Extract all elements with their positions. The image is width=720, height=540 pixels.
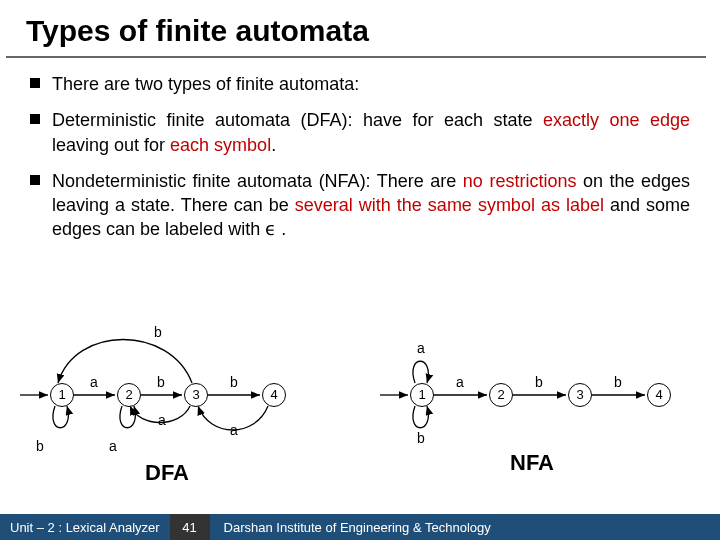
nfa-title: NFA	[510, 450, 554, 476]
diagrams-area: 1 2 3 4 a b b b a b a a DFA 1 2 3 4 a b …	[0, 310, 720, 510]
dfa-label-loop1: b	[36, 438, 44, 454]
nfa-label-b: b	[535, 374, 543, 390]
dfa-state-1: 1	[50, 383, 74, 407]
footer-page: 41	[170, 514, 210, 540]
footer: Unit – 2 : Lexical Analyzer 41 Darshan I…	[0, 514, 720, 540]
dfa-label-31: b	[154, 324, 162, 340]
nfa-label-b2: b	[614, 374, 622, 390]
bullet-icon	[30, 114, 40, 124]
text-red: no restrictions	[463, 171, 577, 191]
text: ϵ	[265, 219, 276, 239]
bullet-1-text: There are two types of finite automata:	[52, 72, 359, 96]
text: Nondeterministic finite automata (NFA): …	[52, 171, 463, 191]
nfa-state-4: 4	[647, 383, 671, 407]
dfa-state-4: 4	[262, 383, 286, 407]
slide-title: Types of finite automata	[6, 0, 706, 58]
dfa-label-b2: b	[230, 374, 238, 390]
text: leaving out for	[52, 135, 170, 155]
bullet-icon	[30, 175, 40, 185]
bullet-icon	[30, 78, 40, 88]
bullet-3: Nondeterministic finite automata (NFA): …	[30, 169, 690, 242]
nfa-label-a: a	[456, 374, 464, 390]
dfa-label-a: a	[90, 374, 98, 390]
bullet-2-text: Deterministic finite automata (DFA): hav…	[52, 108, 690, 157]
footer-unit: Unit – 2 : Lexical Analyzer	[0, 514, 170, 540]
dfa-label-b: b	[157, 374, 165, 390]
nfa-state-3: 3	[568, 383, 592, 407]
dfa-state-3: 3	[184, 383, 208, 407]
bullet-2: Deterministic finite automata (DFA): hav…	[30, 108, 690, 157]
bullet-3-text: Nondeterministic finite automata (NFA): …	[52, 169, 690, 242]
text: .	[271, 135, 276, 155]
text-red: several with the same symbol as label	[295, 195, 604, 215]
content-area: There are two types of finite automata: …	[0, 58, 720, 242]
bullet-1: There are two types of finite automata:	[30, 72, 690, 96]
text-red: exactly one edge	[543, 110, 690, 130]
text-red: each symbol	[170, 135, 271, 155]
automata-edges	[0, 310, 720, 510]
dfa-label-43: a	[230, 422, 238, 438]
footer-institute: Darshan Institute of Engineering & Techn…	[210, 514, 720, 540]
nfa-label-loop-bot: b	[417, 430, 425, 446]
text: Deterministic finite automata (DFA):	[52, 110, 363, 130]
dfa-label-loop2: a	[109, 438, 117, 454]
nfa-label-loop-top: a	[417, 340, 425, 356]
dfa-title: DFA	[145, 460, 189, 486]
dfa-label-32: a	[158, 412, 166, 428]
text: have for each state	[363, 110, 543, 130]
nfa-state-1: 1	[410, 383, 434, 407]
nfa-state-2: 2	[489, 383, 513, 407]
text: .	[276, 219, 286, 239]
dfa-state-2: 2	[117, 383, 141, 407]
